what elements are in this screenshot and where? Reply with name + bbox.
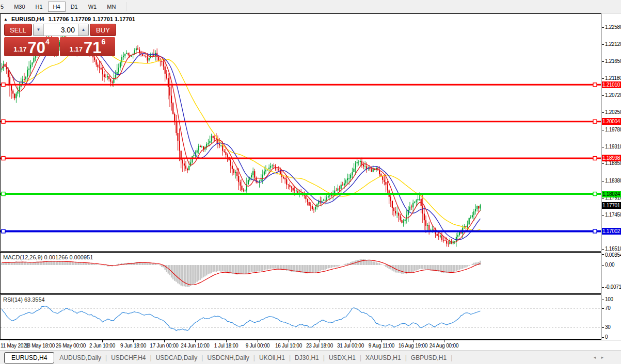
axis-tick: [602, 112, 604, 113]
axis-tick: [602, 198, 604, 198]
macd-axis-label: 0.003547: [605, 252, 621, 258]
axis-tick: [602, 130, 604, 130]
timeframe-button-MN[interactable]: MN: [102, 2, 121, 12]
chart-tab-USDX-H1[interactable]: USDX,H1: [326, 353, 359, 363]
volume-stepper: ▼ ▲: [33, 24, 89, 36]
price-axis: 1.225801.221201.216501.211801.207201.202…: [602, 13, 621, 252]
collapse-triangle-icon[interactable]: ▲: [4, 17, 8, 22]
chart-tab-USDCNH-Daily[interactable]: USDCNH,Daily: [204, 353, 252, 363]
tab-separator: |: [104, 354, 108, 361]
tab-separator: |: [252, 354, 256, 361]
tab-separator: |: [200, 354, 204, 361]
axis-tick: [602, 265, 604, 266]
axis-tick: [602, 287, 604, 288]
hline-price-badge: 1.20004: [602, 118, 621, 125]
toolbar-separator: [126, 2, 127, 11]
hline-price-badge: 1.18998: [602, 155, 621, 161]
chart-tab-DJ30-H1[interactable]: DJ30,H1: [292, 353, 322, 363]
price-tick-label: 1.19780: [605, 127, 621, 133]
time-tick: [381, 340, 382, 342]
current-price-badge: 1.17701: [602, 202, 621, 209]
time-label: 17 Jun 00:00: [150, 343, 178, 349]
time-label: 16 Aug 19:00: [399, 343, 428, 349]
arrow-down-icon: ▼: [36, 27, 40, 32]
axis-tick: [602, 44, 604, 45]
axis-tick: [602, 61, 604, 62]
time-tick: [9, 340, 9, 342]
sell-button[interactable]: SELL: [4, 24, 32, 36]
macd-pane[interactable]: MACD(12,26,9) 0.001266 0.000951: [0, 252, 601, 294]
chart-header: ▲ EURUSD,H4 1.17706 1.17709 1.17701 1.17…: [4, 16, 135, 22]
chart-tab-GBPUSD-H1[interactable]: GBPUSD,H1: [408, 353, 450, 363]
price-tick-label: 1.20250: [605, 109, 621, 115]
chart-symbol-label: EURUSD,H4: [11, 16, 44, 22]
hline-price-badge: 1.21010: [602, 81, 621, 88]
timeframe-button-H1[interactable]: H1: [30, 2, 48, 12]
bid-price-small: 1.17: [13, 45, 26, 53]
axis-tick: [602, 337, 604, 338]
time-label: 9 Aug 11:00: [369, 343, 394, 349]
chart-tab-UKOil-H1[interactable]: UKOil,H1: [256, 353, 288, 363]
trading-platform-window: 5M30H1H4D1W1MN ▲ EURUSD,H4 1.17706 1.177…: [0, 0, 621, 364]
arrow-up-icon: ▲: [81, 27, 85, 32]
tab-scroll-arrows[interactable]: ◂▸: [594, 355, 609, 360]
one-click-trading-panel: SELL ▼ ▲ BUY 1.17704 1.17716: [4, 24, 116, 56]
time-tick: [289, 340, 289, 342]
sell-price-display[interactable]: 1.17704: [4, 37, 59, 56]
time-label: 24 Jun 10:00: [181, 343, 209, 349]
rsi-pane[interactable]: RSI(14) 63.3554: [0, 294, 601, 340]
time-label: 16 Jul 10:00: [275, 343, 302, 349]
volume-input[interactable]: [44, 24, 78, 36]
time-tick: [226, 340, 227, 342]
rsi-label: RSI(14) 63.3554: [3, 296, 45, 303]
timeframe-button-D1[interactable]: D1: [66, 2, 83, 12]
rsi-axis-label: 70: [605, 305, 611, 311]
chart-ohlc-values: 1.17706 1.17709 1.17701 1.17701: [49, 16, 135, 22]
chart-tab-USDCHF-H4[interactable]: USDCHF,H4: [108, 353, 149, 363]
tab-separator: |: [322, 354, 326, 361]
timeframe-toolbar: 5M30H1H4D1W1MN: [0, 0, 621, 13]
price-tick-label: 1.19310: [605, 144, 621, 150]
hline-price-badge: 1.17002: [602, 228, 621, 235]
axis-tick: [602, 308, 604, 309]
buy-button[interactable]: BUY: [90, 24, 116, 36]
axis-tick: [602, 249, 604, 250]
tab-separator: |: [359, 354, 362, 361]
bid-price-big: 70: [28, 41, 45, 55]
time-tick: [413, 340, 413, 342]
chart-tab-AUDUSD-Daily[interactable]: AUDUSD,Daily: [56, 353, 104, 363]
rsi-canvas[interactable]: [1, 295, 601, 339]
time-tick: [102, 340, 103, 342]
tab-separator: |: [149, 354, 153, 361]
price-tick-label: 1.22120: [605, 41, 621, 47]
ask-price-sup: 6: [102, 38, 106, 46]
tab-separator: |: [288, 354, 292, 361]
time-label: 9 Jul 00:00: [246, 343, 270, 349]
buy-price-display[interactable]: 1.17716: [60, 37, 115, 56]
volume-decrease-button[interactable]: ▼: [34, 24, 44, 36]
ask-price-big: 71: [84, 41, 101, 55]
chart-tab-XAUUSD-H1[interactable]: XAUUSD,H1: [362, 353, 404, 363]
timeframe-button-5[interactable]: 5: [0, 2, 9, 12]
price-tick-label: 1.16510: [605, 246, 621, 252]
axis-tick: [602, 163, 604, 164]
time-label: 31 Jul 00:00: [337, 343, 364, 349]
axis-tick: [602, 215, 604, 216]
tab-separator: |: [404, 354, 408, 361]
axis-tick: [602, 254, 604, 255]
timeframe-button-H4[interactable]: H4: [48, 2, 66, 12]
volume-increase-button[interactable]: ▲: [78, 24, 88, 36]
timeframe-button-M30[interactable]: M30: [9, 2, 30, 12]
chart-tab-EURUSD-H4[interactable]: EURUSD,H4: [4, 352, 54, 363]
price-tick-label: 1.21650: [605, 58, 621, 64]
time-label: 23 Jul 18:00: [306, 343, 333, 349]
time-tick: [133, 340, 134, 342]
axis-tick: [602, 78, 604, 79]
macd-label: MACD(12,26,9) 0.001266 0.000951: [3, 254, 93, 260]
time-label: 9 Jun 18:00: [120, 343, 146, 349]
time-tick: [320, 340, 320, 342]
rsi-axis-label: 30: [605, 324, 611, 330]
chart-tab-USDCAD-Daily[interactable]: USDCAD,Daily: [153, 353, 201, 363]
timeframe-button-W1[interactable]: W1: [83, 2, 102, 12]
main-chart-pane[interactable]: ▲ EURUSD,H4 1.17706 1.17709 1.17701 1.17…: [0, 13, 601, 252]
